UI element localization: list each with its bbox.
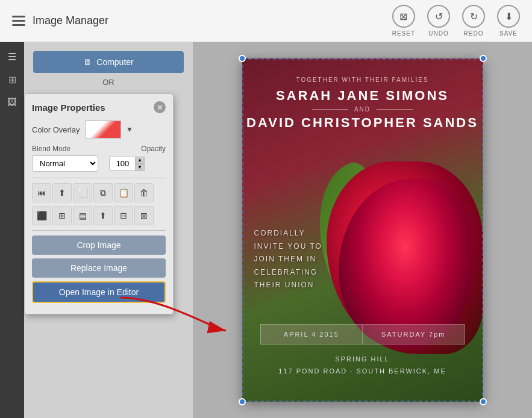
opacity-label: Opacity bbox=[141, 145, 166, 153]
divider-line-right bbox=[377, 109, 413, 110]
distribute-h-button[interactable]: ⊟ bbox=[114, 206, 133, 225]
card-text-bottom: APRIL 4 2015 SATURDAY 7pm SPRING HILL 11… bbox=[242, 324, 483, 378]
blend-opacity-row: Blend Mode Opacity bbox=[32, 145, 166, 153]
date-bar: APRIL 4 2015 SATURDAY 7pm bbox=[260, 324, 465, 345]
undo-icon: ↺ bbox=[427, 5, 450, 28]
close-panel-button[interactable]: ✕ bbox=[154, 101, 166, 113]
divider-2 bbox=[32, 230, 166, 231]
sidebar: ☰ ⊞ 🖼 bbox=[0, 42, 24, 418]
venue-line1: SPRING HILL bbox=[242, 354, 483, 366]
toolbar-left: Image Manager bbox=[12, 14, 108, 27]
distribute-v-button[interactable]: ⊠ bbox=[134, 206, 154, 225]
save-button[interactable]: ⬇ SAVE bbox=[497, 5, 520, 37]
page-title: Image Manager bbox=[33, 14, 108, 27]
replace-image-button[interactable]: Replace Image bbox=[32, 258, 166, 278]
divider-1 bbox=[32, 178, 166, 178]
opacity-spinner: ▲ ▼ bbox=[135, 157, 145, 171]
image-properties-panel: Image Properties ✕ Color Overlay ▼ Blend… bbox=[24, 93, 174, 314]
align-right-button[interactable]: ▤ bbox=[73, 206, 92, 225]
crop-image-button[interactable]: Crop Image bbox=[32, 236, 166, 255]
toolbar-right: ⊠ RESET ↺ UNDO ↻ REDO ⬇ SAVE bbox=[392, 5, 520, 37]
color-overlay-label: Color Overlay bbox=[32, 125, 80, 134]
computer-upload-button[interactable]: 🖥 Computer bbox=[33, 51, 184, 73]
align-center-h-button[interactable]: ⊞ bbox=[52, 206, 72, 225]
date-cell: APRIL 4 2015 bbox=[261, 325, 363, 344]
invitation-card: TOGETHER WITH THEIR FAMILIES SARAH JANE … bbox=[242, 58, 483, 402]
opacity-input[interactable] bbox=[109, 157, 136, 170]
duplicate-button[interactable]: ⧉ bbox=[93, 183, 113, 202]
venue-line2: 117 POND ROAD · SOUTH BERWICK, ME bbox=[242, 366, 483, 378]
corner-handle-bl[interactable] bbox=[239, 398, 246, 405]
toolbar: Image Manager ⊠ RESET ↺ UNDO ↻ REDO ⬇ SA… bbox=[0, 0, 532, 42]
color-overlay-swatch[interactable] bbox=[85, 120, 121, 139]
together-text: TOGETHER WITH THEIR FAMILIES bbox=[242, 76, 483, 83]
card-text-middle: CORDIALLY INVITE YOU TO JOIN THEM IN CEL… bbox=[254, 227, 483, 292]
and-text: AND bbox=[354, 106, 371, 113]
blend-mode-label: Blend Mode bbox=[32, 145, 70, 153]
reset-icon: ⊠ bbox=[392, 5, 415, 28]
card-text-top: TOGETHER WITH THEIR FAMILIES SARAH JANE … bbox=[242, 76, 483, 131]
save-icon: ⬇ bbox=[497, 5, 520, 28]
color-overlay-dropdown-icon[interactable]: ▼ bbox=[126, 125, 133, 134]
invite-line4: CELEBRATING bbox=[254, 266, 483, 279]
align-top2-button[interactable]: ⬆ bbox=[93, 206, 113, 225]
venue-text: SPRING HILL 117 POND ROAD · SOUTH BERWIC… bbox=[242, 354, 483, 378]
color-overlay-row: Color Overlay ▼ bbox=[32, 120, 166, 139]
icon-toolbar-row2: ⬛ ⊞ ▤ ⬆ ⊟ ⊠ bbox=[32, 206, 166, 225]
redo-button[interactable]: ↻ REDO bbox=[462, 5, 485, 37]
opacity-increment-button[interactable]: ▲ bbox=[135, 157, 145, 164]
sidebar-item-image[interactable]: 🖼 bbox=[4, 94, 20, 111]
redo-icon: ↻ bbox=[462, 5, 485, 28]
corner-handle-tr[interactable] bbox=[480, 55, 487, 62]
or-label: OR bbox=[33, 78, 184, 87]
corner-handle-br[interactable] bbox=[480, 398, 487, 405]
panel-title: Image Properties bbox=[32, 102, 105, 113]
name1-text: SARAH JANE SIMONS bbox=[242, 88, 483, 104]
hamburger-menu[interactable] bbox=[12, 16, 25, 26]
and-row: AND bbox=[242, 106, 483, 113]
invite-line1: CORDIALLY bbox=[254, 227, 483, 240]
invite-line2: INVITE YOU TO bbox=[254, 240, 483, 254]
align-left-button[interactable]: ⬛ bbox=[32, 206, 51, 225]
align-top-button[interactable]: ⬆ bbox=[52, 183, 72, 202]
open-in-editor-button[interactable]: Open Image in Editor bbox=[32, 281, 166, 303]
monitor-icon: 🖥 bbox=[83, 57, 92, 67]
skip-to-start-button[interactable]: ⏮ bbox=[32, 183, 51, 202]
blend-mode-section: Blend Mode Opacity Normal ▲ ▼ bbox=[32, 145, 166, 172]
delete-button[interactable]: 🗑 bbox=[134, 183, 154, 202]
blend-controls-row: Normal ▲ ▼ bbox=[32, 155, 166, 172]
invite-line3: JOIN THEM IN bbox=[254, 253, 483, 266]
opacity-decrement-button[interactable]: ▼ bbox=[135, 164, 145, 171]
corner-handle-tl[interactable] bbox=[239, 55, 246, 62]
name2-text: DAVID CHRISTOPHER SANDS bbox=[242, 115, 483, 131]
blend-mode-select[interactable]: Normal bbox=[32, 155, 98, 172]
crop-button[interactable]: ⬜ bbox=[73, 183, 92, 202]
invite-line5: THEIR UNION bbox=[254, 279, 483, 292]
panel-header: Image Properties ✕ bbox=[32, 101, 166, 113]
undo-button[interactable]: ↺ UNDO bbox=[427, 5, 450, 37]
card-container: TOGETHER WITH THEIR FAMILIES SARAH JANE … bbox=[242, 58, 483, 402]
time-cell: SATURDAY 7pm bbox=[363, 325, 465, 344]
sidebar-item-grid[interactable]: ⊞ bbox=[4, 71, 20, 88]
copy-button[interactable]: 📋 bbox=[114, 183, 133, 202]
reset-button[interactable]: ⊠ RESET bbox=[392, 5, 415, 37]
icon-toolbar-row1: ⏮ ⬆ ⬜ ⧉ 📋 🗑 bbox=[32, 183, 166, 202]
sidebar-item-menu[interactable]: ☰ bbox=[4, 48, 20, 65]
canvas-area: TOGETHER WITH THEIR FAMILIES SARAH JANE … bbox=[193, 42, 532, 418]
divider-line-left bbox=[312, 109, 348, 110]
opacity-control: ▲ ▼ bbox=[109, 157, 145, 171]
